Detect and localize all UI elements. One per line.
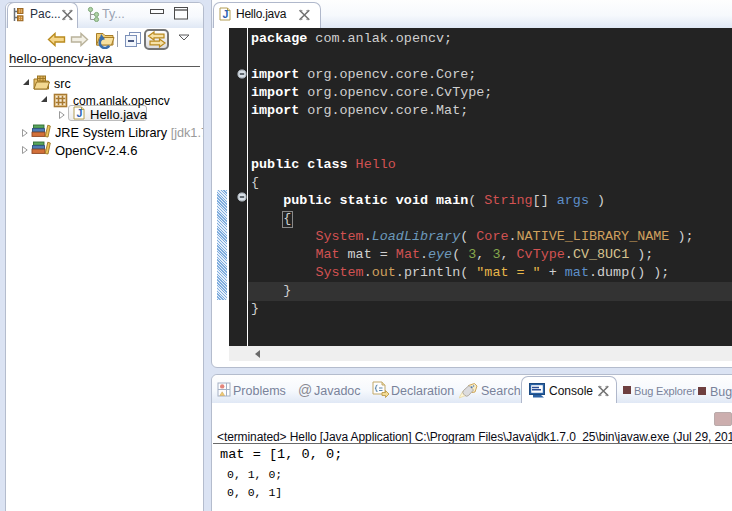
svg-text:J: J [222, 8, 228, 20]
svg-text:J: J [76, 107, 82, 119]
